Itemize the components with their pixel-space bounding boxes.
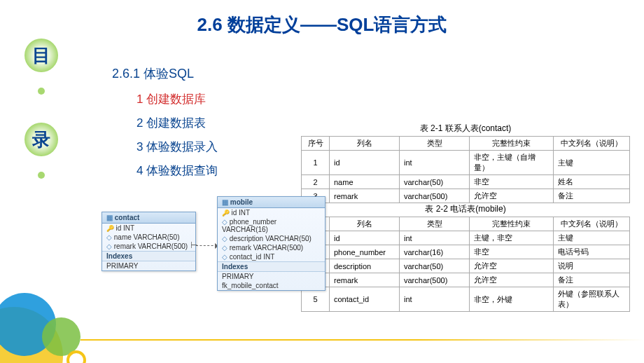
erd-field: remark VARCHAR(500) (102, 242, 195, 251)
toc-list: 1 创建数据库 2 创建数据表 3 体验数据录入 4 体验数据查询 (136, 88, 218, 183)
table-mobile-wrapper: 表 2-2 电话表(mobile) 序号 列名 类型 完整性约束 中文列名（说明… (301, 203, 630, 312)
erd-field: contact_id INT (218, 252, 325, 261)
th: 类型 (400, 137, 470, 151)
erd-relationship-line (196, 245, 217, 246)
table-row: 3descriptionvarchar(50)允许空说明 (302, 259, 630, 273)
toc-item: 2 创建数据表 (136, 111, 218, 135)
table-row: 1idint非空，主键（自增量）主键 (302, 151, 630, 175)
erd-entity-header: mobile (218, 197, 325, 208)
table-mobile: 序号 列名 类型 完整性约束 中文列名（说明） 1idint主键，非空主键 2p… (301, 217, 630, 312)
th: 列名 (330, 217, 400, 231)
erd-index: fk_mobile_contact (218, 281, 325, 290)
section-subtitle: 2.6.1 体验SQL (112, 65, 194, 82)
th: 中文列名（说明） (554, 217, 630, 231)
table-row: 2phone_numbervarchar(16)非空电话号码 (302, 245, 630, 259)
th: 中文列名（说明） (554, 137, 630, 151)
erd-entity-header: contact (102, 212, 195, 224)
erd-indexes-label: Indexes (102, 251, 195, 261)
toc-item: 3 体验数据录入 (136, 135, 218, 159)
th: 序号 (302, 137, 330, 151)
decor-circles (0, 265, 105, 363)
erd-index: PRIMARY (218, 272, 325, 281)
table-row: 4remarkvarchar(500)允许空备注 (302, 273, 630, 287)
th: 列名 (330, 137, 400, 151)
page-title: 2.6 数据定义——SQL语言方式 (0, 13, 644, 37)
table-contact-wrapper: 表 2-1 联系人表(contact) 序号 列名 类型 完整性约束 中文列名（… (301, 123, 630, 203)
table-caption: 表 2-1 联系人表(contact) (301, 123, 630, 135)
decor-line (80, 339, 644, 341)
erd-field: name VARCHAR(50) (102, 233, 195, 242)
erd-entity-mobile: mobile id INT phone_number VARCHAR(16) d… (217, 196, 326, 291)
decor-dot (38, 88, 45, 95)
th: 类型 (400, 217, 470, 231)
toc-item: 1 创建数据库 (136, 88, 218, 111)
erd-index: PRIMARY (102, 261, 195, 270)
decor-dot (38, 172, 45, 179)
table-caption: 表 2-2 电话表(mobile) (301, 203, 630, 215)
table-contact: 序号 列名 类型 完整性约束 中文列名（说明） 1idint非空，主键（自增量）… (301, 136, 630, 203)
th: 完整性约束 (470, 217, 554, 231)
table-row: 2namevarchar(50)非空姓名 (302, 175, 630, 189)
toc-item: 4 体验数据查询 (136, 159, 218, 183)
erd-field: remark VARCHAR(500) (218, 243, 325, 252)
table-row: 1idint主键，非空主键 (302, 231, 630, 245)
erd-entity-contact: contact id INT name VARCHAR(50) remark V… (102, 212, 196, 271)
sidebar-char-1: 目 (24, 39, 58, 72)
th: 完整性约束 (470, 137, 554, 151)
erd-field: phone_number VARCHAR(16) (218, 217, 325, 234)
erd-field: id INT (102, 224, 195, 233)
erd-field: description VARCHAR(50) (218, 234, 325, 243)
erd-indexes-label: Indexes (218, 261, 325, 272)
table-row: 5contact_idint非空，外键外键（参照联系人表） (302, 287, 630, 312)
table-row: 3remarkvarchar(500)允许空备注 (302, 189, 630, 203)
sidebar-char-2: 录 (24, 123, 58, 156)
erd-field: id INT (218, 208, 325, 217)
